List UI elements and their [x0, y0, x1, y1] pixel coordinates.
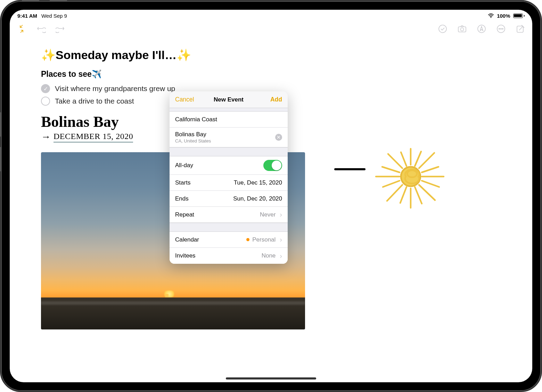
checklist-item-label: Take a drive to the coast	[55, 97, 134, 105]
calendar-label: Calendar	[175, 236, 199, 243]
starts-row[interactable]: Starts Tue, Dec 15, 2020	[170, 175, 288, 191]
home-indicator[interactable]	[226, 377, 316, 379]
repeat-label: Repeat	[175, 211, 194, 218]
chevron-right-icon: ›	[280, 211, 282, 219]
chevron-right-icon: ›	[280, 236, 282, 244]
location-sub: CA, United States	[175, 138, 211, 144]
battery-icon	[513, 14, 525, 18]
event-title-value: California Coast	[175, 116, 217, 123]
undo-icon[interactable]	[36, 24, 46, 34]
all-day-toggle[interactable]	[263, 160, 282, 171]
svg-point-8	[502, 28, 503, 30]
markup-icon[interactable]	[477, 24, 486, 34]
compose-icon[interactable]	[516, 24, 525, 34]
battery-percent: 100%	[497, 13, 510, 19]
invitees-row[interactable]: Invitees None›	[170, 248, 288, 264]
sparkle-icon: ✨	[176, 48, 191, 62]
event-title-field[interactable]: California Coast	[170, 112, 288, 128]
wifi-icon	[488, 13, 494, 18]
ends-value: Sun, Dec 20, 2020	[233, 195, 282, 202]
redo-icon[interactable]	[56, 24, 65, 34]
calendar-row[interactable]: Calendar Personal›	[170, 232, 288, 248]
all-day-label: All-day	[175, 162, 193, 169]
status-date: Wed Sep 9	[41, 13, 67, 19]
location-value: Bolinas Bay	[175, 131, 211, 138]
airplane-icon: ✈️	[92, 70, 102, 79]
add-button[interactable]: Add	[270, 96, 282, 103]
repeat-value: Never	[260, 211, 276, 218]
repeat-row[interactable]: Repeat Never›	[170, 207, 288, 223]
event-location-field[interactable]: Bolinas Bay CA, United States ✕	[170, 128, 288, 147]
svg-point-0	[491, 17, 491, 18]
popover-header: Cancel New Event Add	[170, 91, 288, 108]
svg-point-3	[461, 28, 464, 31]
checkbox-icon[interactable]	[41, 97, 50, 106]
ends-label: Ends	[175, 195, 189, 202]
new-event-popover: Cancel New Event Add California Coast Bo…	[170, 91, 288, 264]
screen: 9:41 AM Wed Sep 9 100%	[10, 10, 532, 382]
arrow-right-icon: →	[41, 131, 51, 142]
notes-toolbar	[10, 20, 532, 38]
invitees-value: None	[262, 252, 276, 259]
checklist-icon[interactable]	[438, 24, 447, 34]
starts-value: Tue, Dec 15, 2020	[234, 179, 282, 186]
checkbox-checked-icon[interactable]: ✓	[41, 84, 50, 93]
note-title: ✨Someday maybe I'll…✨	[41, 48, 501, 62]
sparkle-icon: ✨	[41, 48, 56, 62]
svg-point-6	[499, 28, 500, 30]
status-time: 9:41 AM	[17, 13, 37, 19]
all-day-row[interactable]: All-day	[170, 156, 288, 175]
chevron-right-icon: ›	[280, 252, 282, 260]
status-bar: 9:41 AM Wed Sep 9 100%	[10, 10, 532, 20]
sun-drawing	[355, 135, 452, 227]
calendar-value: Personal	[252, 236, 276, 243]
collapse-icon[interactable]	[17, 24, 26, 34]
starts-label: Starts	[175, 179, 190, 186]
svg-point-1	[439, 25, 446, 33]
handwritten-date: DECEMBER 15, 2020	[54, 132, 133, 142]
svg-point-7	[501, 28, 502, 30]
ends-row[interactable]: Ends Sun, Dec 20, 2020	[170, 191, 288, 207]
calendar-color-dot	[246, 238, 249, 241]
section-heading: Places to see✈️	[41, 70, 501, 79]
invitees-label: Invitees	[175, 252, 196, 259]
clear-location-icon[interactable]: ✕	[275, 134, 282, 141]
checklist-item-label: Visit where my grandparents grew up	[55, 84, 175, 93]
camera-icon[interactable]	[457, 24, 467, 34]
cancel-button[interactable]: Cancel	[175, 96, 194, 103]
note-content[interactable]: ✨Someday maybe I'll…✨ Places to see✈️ ✓ …	[10, 38, 532, 382]
more-icon[interactable]	[496, 24, 506, 34]
ipad-frame: 9:41 AM Wed Sep 9 100%	[0, 0, 542, 392]
